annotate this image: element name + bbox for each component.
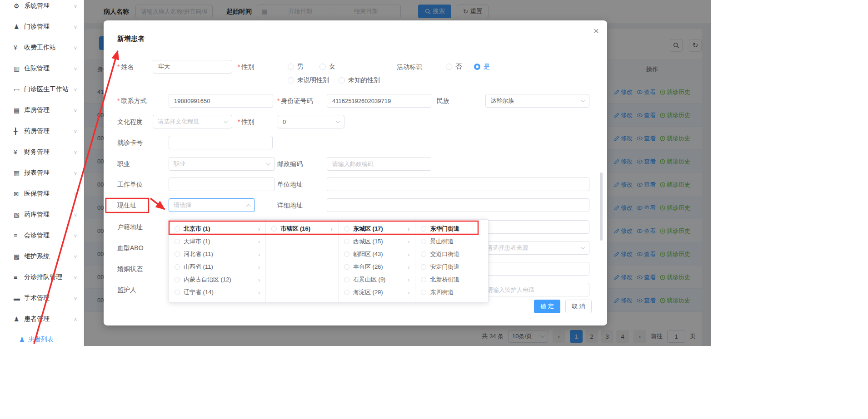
cascader-option[interactable]: 朝阳区 (43)›	[339, 248, 415, 261]
chevron-down-icon: ∨	[74, 24, 77, 30]
row11-input[interactable]	[482, 262, 589, 276]
sidebar: ⚙系统管理∨ ♟门诊管理∨ ¥收费工作站∨ ▥住院管理∨ ▭门诊医生工作站∨ ▤…	[0, 0, 84, 346]
work-unit-input[interactable]	[169, 177, 275, 191]
cascader-option[interactable]: 市辖区 (16)›	[266, 222, 338, 235]
chart-icon: ▥	[14, 65, 24, 72]
gender-radio-male[interactable]: 男	[288, 60, 304, 74]
name-input[interactable]	[153, 60, 232, 74]
cascader-option[interactable]: 山西省 (11)›	[169, 261, 265, 273]
contact-input[interactable]	[169, 94, 273, 108]
gender-code-select[interactable]: 0	[278, 115, 344, 128]
chevron-right-icon: ›	[408, 289, 409, 296]
chevron-down-icon	[336, 119, 340, 123]
active-flag-radio-yes[interactable]: 是	[474, 60, 490, 74]
visit-card-input[interactable]	[169, 136, 273, 149]
document-icon: ▤	[14, 107, 24, 114]
sidebar-item-drug-store[interactable]: ▧药库管理∨	[0, 204, 84, 225]
sidebar-item-system[interactable]: ⚙系统管理∨	[0, 0, 84, 16]
chevron-right-icon: ›	[258, 226, 260, 232]
radio-circle-icon	[288, 64, 294, 70]
sidebar-item-surgery[interactable]: ▬手术管理∨	[0, 288, 84, 309]
cascader-option[interactable]: 辽宁省 (14)›	[169, 286, 265, 299]
sidebar-item-outpatient-doctor-station[interactable]: ▭门诊医生工作站∨	[0, 79, 84, 100]
radio-circle-icon	[421, 251, 426, 257]
cascader-option[interactable]: 内蒙古自治区 (12)›	[169, 273, 265, 286]
close-icon[interactable]: ×	[594, 26, 599, 35]
ethnicity-select[interactable]: 达斡尔族	[485, 94, 589, 108]
contact-label: *联系方式	[117, 94, 146, 108]
postal-code-input[interactable]	[327, 157, 431, 171]
grid-icon: ▩	[14, 253, 24, 260]
sidebar-item-outpatient[interactable]: ♟门诊管理∨	[0, 16, 84, 37]
guardian-phone-input[interactable]	[482, 283, 589, 296]
monitor-icon: ▭	[14, 86, 24, 93]
chevron-down-icon: ∨	[74, 212, 77, 218]
cascader-column-street: 东华门街道›景山街道›交道口街道›安定门街道›北新桥街道›东四街道›	[415, 220, 488, 302]
cascader-option[interactable]: 天津市 (1)›	[169, 235, 265, 248]
cascader-option[interactable]: 石景山区 (9)›	[339, 273, 415, 286]
sidebar-item-finance[interactable]: ¥财务管理∨	[0, 142, 84, 163]
add-patient-dialog: 新增患者 × *姓名 *性别 男 女 活动标识 否 是 未说明性别 未知的性别 …	[104, 20, 607, 325]
cascader-option[interactable]: 景山街道›	[415, 235, 488, 248]
radio-circle-icon	[339, 77, 345, 84]
radio-circle-icon	[421, 264, 426, 270]
sidebar-item-reports[interactable]: ▦报表管理∨	[0, 163, 84, 183]
cascader-option[interactable]: 东城区 (17)›	[339, 222, 415, 235]
postal-code-label: 邮政编码	[277, 157, 303, 171]
chevron-down-icon: ∨	[74, 233, 77, 239]
radio-circle-icon	[344, 239, 349, 244]
cascader-option[interactable]: 交道口街道›	[415, 248, 488, 261]
gender-radio-female[interactable]: 女	[319, 60, 335, 74]
active-flag-radio-no[interactable]: 否	[446, 60, 462, 74]
sidebar-item-storehouse[interactable]: ▤库房管理∨	[0, 100, 84, 121]
chevron-down-icon: ∨	[74, 149, 77, 155]
sidebar-item-patient-list[interactable]: ♟患者列表	[0, 330, 84, 346]
cascader-option[interactable]: 西城区 (15)›	[339, 235, 415, 248]
sidebar-item-patient[interactable]: ♟患者管理∧	[0, 309, 84, 330]
detail-address-input[interactable]	[327, 198, 589, 212]
current-address-select[interactable]: 请选择	[169, 198, 255, 212]
education-label: 文化程度	[117, 115, 143, 128]
cancel-button[interactable]: 取 消	[565, 300, 592, 313]
blood-type-label: 血型ABO	[117, 241, 144, 255]
report-icon: ▦	[14, 169, 24, 177]
name-label: *姓名	[117, 60, 134, 74]
sidebar-item-charging-station[interactable]: ¥收费工作站∨	[0, 37, 84, 58]
gender-radio-unspecified[interactable]: 未说明性别	[288, 74, 329, 87]
modal-scrollbar[interactable]	[600, 173, 603, 241]
cascader-option[interactable]: 北新桥街道›	[415, 273, 488, 286]
chevron-down-icon: ∨	[74, 254, 77, 260]
cascader-option[interactable]: 东华门街道›	[415, 222, 488, 235]
id-number-input[interactable]	[327, 94, 431, 108]
id-number-label: *身份证号码	[277, 94, 313, 108]
chevron-right-icon: ›	[258, 289, 260, 296]
sidebar-item-consultation[interactable]: ≡会诊管理∨	[0, 225, 84, 246]
radio-circle-icon	[421, 277, 426, 282]
cascader-option[interactable]: 河北省 (11)›	[169, 248, 265, 261]
unit-address-input[interactable]	[327, 177, 589, 191]
education-select[interactable]: 请选择文化程度	[153, 115, 232, 128]
cascader-option[interactable]: 丰台区 (26)›	[339, 261, 415, 273]
gender-radio-unknown[interactable]: 未知的性别	[339, 74, 380, 87]
radio-circle-icon	[175, 264, 180, 270]
work-unit-label: 工作单位	[117, 177, 143, 191]
cascader-option[interactable]: 北京市 (1)›	[169, 222, 265, 235]
sidebar-item-insurance[interactable]: ⊠医保管理∨	[0, 183, 84, 204]
sidebar-item-inpatient[interactable]: ▥住院管理∨	[0, 58, 84, 79]
sidebar-item-pharmacy[interactable]: ╋药房管理∨	[0, 121, 84, 142]
radio-circle-icon	[344, 251, 349, 257]
cascader-option[interactable]: 安定门街道›	[415, 261, 488, 273]
patient-source-select[interactable]: 请选择患者来源	[482, 241, 589, 255]
chevron-down-icon: ∨	[74, 128, 77, 134]
row9-input[interactable]	[482, 220, 589, 234]
cascader-option[interactable]: 东四街道›	[415, 286, 488, 299]
sidebar-item-triage-queue[interactable]: ≡分诊排队管理∨	[0, 267, 84, 288]
radio-circle-icon	[421, 239, 426, 244]
cascader-option[interactable]: 海淀区 (29)›	[339, 286, 415, 299]
occupation-select[interactable]: 职业	[169, 157, 275, 171]
user-icon: ♟	[19, 336, 28, 343]
radio-circle-icon	[421, 290, 426, 295]
active-flag-label: 活动标识	[397, 60, 422, 74]
confirm-button[interactable]: 确 定	[534, 300, 560, 313]
sidebar-item-maintenance[interactable]: ▩维护系统∨	[0, 246, 84, 267]
